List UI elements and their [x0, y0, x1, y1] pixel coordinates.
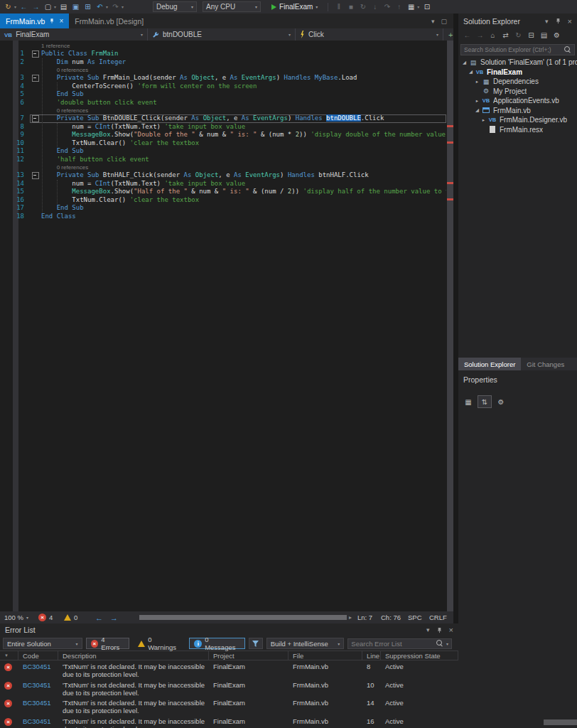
tab-solution-explorer[interactable]: Solution Explorer	[458, 358, 521, 370]
project-column-header[interactable]: Project	[209, 651, 288, 660]
se-back-icon[interactable]: ←	[463, 31, 472, 39]
close-icon[interactable]: ×	[449, 626, 453, 634]
watch-icon[interactable]: ▦	[406, 1, 416, 12]
tree-item-applicationevents-vb[interactable]: ▸VBApplicationEvents.vb	[458, 96, 577, 106]
code-line[interactable]: 8 num = CInt(TxtNum.Text) 'take input bo…	[0, 123, 446, 132]
step-out-icon[interactable]: ↑	[394, 1, 404, 12]
debug-config-combo[interactable]: Debug▾	[153, 1, 197, 12]
error-code-link[interactable]: BC30451	[18, 715, 58, 728]
pause-icon[interactable]: ‖	[333, 1, 344, 12]
code-line[interactable]: 3 Private Sub FrmMain_Load(sender As Obj…	[0, 74, 446, 82]
code-column-header[interactable]: Code	[18, 651, 58, 660]
code-line[interactable]: 7 Private Sub BtnDOUBLE_Click(sender As …	[0, 114, 446, 123]
severity-column-header[interactable]: ▼	[0, 651, 18, 660]
se-refresh-icon[interactable]: ↻	[514, 31, 523, 39]
prev-error-icon[interactable]: ←	[95, 614, 103, 622]
messages-toggle-button[interactable]: i 0 Messages	[189, 638, 245, 649]
tree-item-frmmain-designer-vb[interactable]: ▸VBFrmMain.Designer.vb	[458, 115, 577, 125]
hot-reload-icon[interactable]: ↻	[3, 1, 14, 12]
chevron-expanded-icon[interactable]: ◢	[473, 107, 481, 113]
hot-reload-icon-dropdown[interactable]: ▾	[14, 4, 16, 9]
code-line[interactable]: 18End Class	[0, 213, 446, 221]
undo-icon[interactable]: ↶	[95, 1, 105, 12]
stop-icon[interactable]: ■	[345, 1, 356, 12]
float-window-icon[interactable]: ▢	[441, 18, 447, 25]
code-line[interactable]: 4 CenterToScreen() 'form will center on …	[0, 82, 446, 91]
pin-icon[interactable]	[436, 627, 443, 633]
new-file-icon[interactable]: ▢	[43, 1, 53, 12]
error-row[interactable]: ×BC30451'TxtNum' is not declared. It may…	[0, 715, 458, 728]
redo-icon[interactable]: ↷	[110, 1, 121, 12]
fold-toggle-icon[interactable]	[30, 171, 41, 180]
code-line[interactable]: 1Public Class FrmMain	[0, 50, 446, 58]
props-alphabetical-icon[interactable]: ⇅	[478, 395, 492, 408]
horizontal-scrollbar-thumb[interactable]	[544, 719, 577, 725]
file-column-header[interactable]: File	[288, 651, 362, 660]
next-error-icon[interactable]: →	[110, 614, 118, 622]
event-combo[interactable]: Click ▾	[296, 28, 443, 41]
chevron-expanded-icon[interactable]: ◢	[460, 60, 468, 65]
se-home-icon[interactable]: ⌂	[488, 31, 497, 39]
platform-combo[interactable]: Any CPU▾	[203, 1, 261, 12]
horizontal-scrollbar[interactable]	[139, 611, 347, 623]
filter-button[interactable]	[249, 638, 263, 649]
watch-icon-dropdown[interactable]: ▾	[417, 4, 419, 9]
tree-item-solution[interactable]: ◢▤Solution 'FinalExam' (1 of 1 project)	[458, 58, 577, 68]
zoom-control[interactable]: 100 % ▾	[4, 611, 28, 623]
code-editor[interactable]: 1 reference1Public Class FrmMain2 Dim nu…	[0, 41, 453, 611]
code-line[interactable]: 6 'double button click event	[0, 99, 446, 107]
se-show-all-files-icon[interactable]: ▤	[539, 31, 549, 39]
code-line[interactable]: 13 Private Sub BtnHALF_Click(sender As O…	[0, 171, 446, 180]
se-switch-views-icon[interactable]: ⇄	[501, 31, 510, 39]
code-line[interactable]: 15 MessageBox.Show("Half of the " & num …	[0, 188, 446, 196]
tree-item-project-finalexam[interactable]: ◢VBFinalExam	[458, 68, 577, 77]
close-icon[interactable]: ×	[59, 17, 63, 25]
error-row[interactable]: ×BC30451'TxtNum' is not declared. It may…	[0, 679, 458, 697]
source-filter-combo[interactable]: Build + IntelliSense▾	[266, 638, 345, 649]
codelens-row[interactable]: 0 references	[0, 107, 446, 114]
fold-toggle-icon[interactable]	[30, 74, 41, 82]
se-properties-icon[interactable]: ⚙	[552, 31, 561, 39]
code-line[interactable]: 11 End Sub	[0, 147, 446, 156]
code-line[interactable]: 16 TxtNum.Clear() 'clear the textbox	[0, 196, 446, 205]
project-scope-combo[interactable]: FinalExam ▾	[0, 28, 148, 41]
code-line[interactable]: 12 'half button click event	[0, 156, 446, 164]
error-row[interactable]: ×BC30451'TxtNum' is not declared. It may…	[0, 697, 458, 715]
tab-git-changes[interactable]: Git Changes	[521, 358, 570, 370]
tab-frmmain-vb[interactable]: FrmMain.vb ×	[0, 14, 69, 28]
props-pages-icon[interactable]: ⚙	[494, 395, 508, 408]
start-debugging-button[interactable]: FinalExam ▾	[266, 1, 323, 12]
se-collapse-all-icon[interactable]: ⊟	[527, 31, 536, 39]
fold-toggle-icon[interactable]	[30, 114, 41, 123]
pin-icon[interactable]	[49, 18, 55, 24]
document-errors-badge[interactable]: × 4	[38, 611, 53, 623]
step-into-icon[interactable]: ↓	[370, 1, 380, 12]
undo-icon-dropdown[interactable]: ▾	[106, 4, 108, 9]
codelens-row[interactable]: 1 reference	[0, 42, 446, 50]
code-line[interactable]: 9 MessageBox.Show("Double of the " & num…	[0, 131, 446, 139]
error-list-search-input[interactable]: Search Error List ▾	[347, 638, 452, 649]
restart-icon[interactable]: ↻	[357, 1, 368, 12]
tree-item-my-project[interactable]: ⚙My Project	[458, 87, 577, 97]
line-column-header[interactable]: Line	[362, 651, 381, 660]
errors-toggle-button[interactable]: × 4 Errors	[86, 638, 130, 649]
codelens-row[interactable]: 0 references	[0, 164, 446, 171]
window-position-icon[interactable]: ▾	[545, 18, 549, 25]
member-combo[interactable]: btnDOUBLE ▾	[148, 28, 296, 41]
pin-icon[interactable]	[555, 18, 561, 24]
chevron-collapsed-icon[interactable]: ▸	[473, 98, 481, 104]
nav-forward-icon[interactable]: →	[31, 1, 41, 12]
tree-item-dependencies[interactable]: ▸▦Dependencies	[458, 77, 577, 87]
step-over-icon[interactable]: ↷	[382, 1, 392, 12]
code-line[interactable]: 2 Dim num As Integer	[0, 58, 446, 67]
hscroll-thumb[interactable]	[139, 615, 347, 620]
fold-toggle-icon[interactable]	[30, 50, 41, 58]
scope-filter-combo[interactable]: Entire Solution▾	[3, 638, 82, 649]
document-warnings-badge[interactable]: 0	[64, 611, 77, 623]
tab-frmmain-design[interactable]: FrmMain.vb [Design]	[69, 14, 149, 28]
se-forward-icon[interactable]: →	[475, 31, 485, 39]
code-line[interactable]: 17 End Sub	[0, 204, 446, 213]
save-all-icon[interactable]: ⊞	[82, 1, 93, 12]
error-code-link[interactable]: BC30451	[18, 660, 58, 679]
solution-explorer-search-input[interactable]: Search Solution Explorer (Ctrl+;)	[460, 44, 575, 55]
